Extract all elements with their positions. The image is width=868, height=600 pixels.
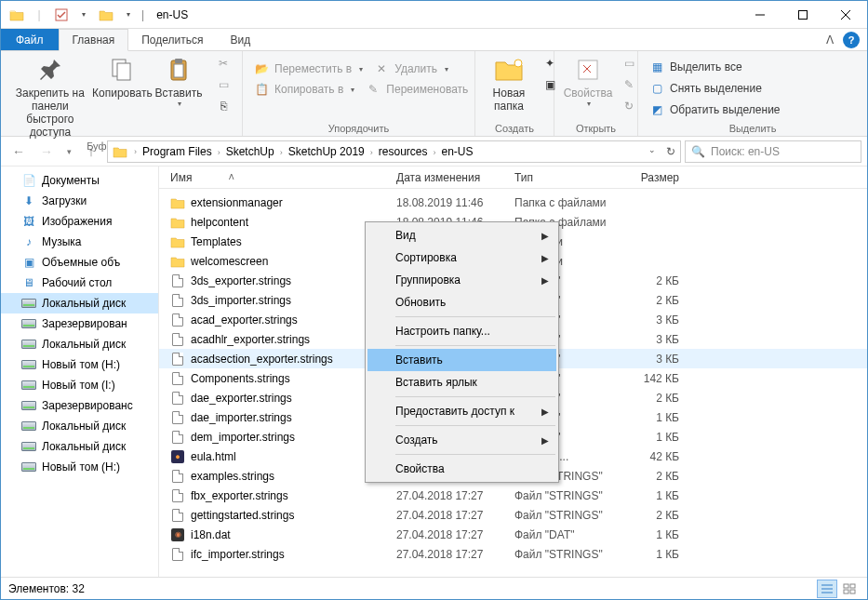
- file-row[interactable]: extensionmanager18.08.2019 11:46Папка с …: [159, 193, 867, 212]
- menu-item[interactable]: Вставить: [367, 349, 556, 371]
- tab-file[interactable]: Файл: [1, 29, 59, 50]
- dropdown-icon[interactable]: ⌄: [648, 145, 656, 158]
- chevron-right-icon[interactable]: ›: [368, 148, 375, 157]
- menu-item[interactable]: Настроить папку...: [367, 320, 556, 342]
- sidebar-item[interactable]: Новый том (I:): [1, 375, 158, 395]
- menu-item[interactable]: Предоставить доступ к▶: [367, 400, 556, 422]
- checkbox-icon[interactable]: [51, 5, 72, 25]
- tab-home[interactable]: Главная: [59, 29, 129, 51]
- paste-button[interactable]: Вставить ▾: [151, 53, 207, 110]
- file-size: 3 КБ: [621, 353, 687, 366]
- rename-button[interactable]: ✎Переименовать: [360, 79, 474, 100]
- chevron-right-icon[interactable]: ›: [216, 148, 222, 157]
- folder-icon: [170, 254, 185, 269]
- select-all-button[interactable]: ▦Выделить все: [644, 57, 786, 77]
- sidebar-item[interactable]: 🖥Рабочий стол: [1, 273, 158, 293]
- minimize-button[interactable]: [739, 1, 781, 28]
- invert-selection-button[interactable]: ◩Обратить выделение: [644, 100, 786, 120]
- chevron-right-icon: ▶: [541, 275, 549, 286]
- file-icon: [170, 293, 185, 308]
- sidebar-item[interactable]: ▣Объемные объ: [1, 252, 158, 273]
- menu-item[interactable]: Создать▶: [367, 429, 556, 451]
- file-row[interactable]: ifc_importer.strings27.04.2018 17:27Файл…: [159, 544, 867, 564]
- refresh-icon[interactable]: ↻: [666, 145, 675, 158]
- svg-rect-8: [174, 64, 183, 77]
- thumbnails-view-icon[interactable]: [839, 580, 860, 598]
- pin-icon: [37, 55, 63, 85]
- sidebar-item[interactable]: Новый том (H:): [1, 354, 158, 375]
- chevron-right-icon[interactable]: ›: [132, 147, 139, 156]
- menu-item[interactable]: Группировка▶: [367, 269, 556, 291]
- details-view-icon[interactable]: [817, 580, 837, 598]
- search-icon: 🔍: [691, 145, 705, 158]
- sidebar-item[interactable]: Локальный диск: [1, 334, 158, 354]
- move-to-button[interactable]: 📂Переместить в▾: [248, 59, 368, 79]
- file-row[interactable]: fbx_exporter.strings27.04.2018 17:27Файл…: [159, 486, 867, 505]
- breadcrumb-segment[interactable]: en-US: [437, 145, 476, 158]
- file-size: 1 КБ: [621, 431, 687, 444]
- dropdown-icon[interactable]: ▾: [118, 5, 139, 25]
- history-icon: ↻: [621, 99, 636, 113]
- sidebar-item[interactable]: 🖼Изображения: [1, 211, 158, 232]
- recent-button[interactable]: ▾: [62, 140, 75, 164]
- menu-item[interactable]: Обновить: [367, 291, 556, 313]
- col-date[interactable]: Дата изменения: [396, 171, 514, 184]
- sidebar-item[interactable]: Локальный диск: [1, 416, 158, 436]
- breadcrumb-segment[interactable]: Program Files: [139, 145, 216, 158]
- sidebar-item-label: Новый том (H:): [42, 358, 120, 371]
- file-size: 2 КБ: [621, 509, 687, 522]
- pin-button[interactable]: Закрепить на панели быстрого доступа: [7, 53, 94, 140]
- col-name[interactable]: Имяᐱ: [159, 171, 396, 184]
- doc-icon: 📄: [21, 173, 36, 188]
- new-folder-button[interactable]: Новая папка: [481, 53, 537, 114]
- sidebar-item[interactable]: ♪Музыка: [1, 232, 158, 252]
- maximize-button[interactable]: [781, 1, 824, 28]
- file-row[interactable]: ◉i18n.dat27.04.2018 17:27Файл "DAT"1 КБ: [159, 525, 867, 544]
- tab-share[interactable]: Поделиться: [128, 29, 217, 50]
- breadcrumb[interactable]: › Program Files›SketchUp›SketchUp 2019›r…: [107, 140, 681, 163]
- menu-item-label: Предоставить доступ к: [395, 405, 514, 418]
- cut-button[interactable]: ✂: [210, 53, 236, 73]
- menu-item[interactable]: Вставить ярлык: [367, 371, 556, 393]
- chevron-right-icon[interactable]: ›: [278, 148, 285, 157]
- close-button[interactable]: [824, 1, 867, 28]
- dropdown-icon[interactable]: ▾: [73, 5, 94, 25]
- copy-path-button[interactable]: ▭: [210, 74, 236, 95]
- paste-shortcut-button[interactable]: ⎘: [210, 96, 236, 116]
- col-size[interactable]: Размер: [621, 171, 687, 184]
- sidebar-item[interactable]: Зарезервирован: [1, 313, 158, 334]
- properties-button[interactable]: Свойства▾: [560, 53, 616, 110]
- sidebar-item[interactable]: Зарезервированс: [1, 395, 158, 416]
- svg-rect-6: [117, 63, 130, 80]
- help-icon[interactable]: ?: [843, 32, 860, 48]
- sidebar-item[interactable]: 📄Документы: [1, 170, 158, 191]
- menu-item[interactable]: Свойства: [367, 458, 556, 480]
- delete-button[interactable]: ✕Удалить▾: [368, 59, 454, 79]
- chevron-right-icon: ▶: [541, 435, 549, 446]
- sidebar-item[interactable]: Новый том (H:): [1, 457, 158, 477]
- file-name: dae_importer.strings: [191, 411, 292, 424]
- sidebar-item[interactable]: ⬇Загрузки: [1, 191, 158, 211]
- tab-view[interactable]: Вид: [217, 29, 264, 50]
- col-type[interactable]: Тип: [514, 171, 621, 184]
- breadcrumb-segment[interactable]: resources: [375, 145, 432, 158]
- copy-to-button[interactable]: 📋Копировать в▾: [248, 79, 360, 100]
- disk-icon: [21, 316, 36, 331]
- sidebar-item[interactable]: Локальный диск: [1, 436, 158, 457]
- select-none-button[interactable]: ▢Снять выделение: [644, 78, 786, 99]
- file-row[interactable]: gettingstarted.strings27.04.2018 17:27Фа…: [159, 505, 867, 525]
- file-name: dae_exporter.strings: [191, 392, 292, 405]
- sidebar-item[interactable]: Локальный диск: [1, 293, 158, 313]
- breadcrumb-segment[interactable]: SketchUp: [222, 145, 278, 158]
- collapse-ribbon-icon[interactable]: ᐱ: [826, 33, 834, 47]
- ribbon-tabs: Файл Главная Поделиться Вид ᐱ ?: [1, 29, 867, 51]
- search-input[interactable]: 🔍 Поиск: en-US: [685, 140, 861, 163]
- copy-button[interactable]: Копировать: [94, 53, 151, 101]
- forward-button[interactable]: →: [34, 140, 59, 164]
- menu-item[interactable]: Сортировка▶: [367, 247, 556, 269]
- menu-item[interactable]: Вид▶: [367, 224, 556, 247]
- breadcrumb-segment[interactable]: SketchUp 2019: [285, 145, 368, 158]
- back-button[interactable]: ←: [7, 140, 31, 164]
- disk-icon: [21, 357, 36, 372]
- up-button[interactable]: ↑: [79, 140, 103, 164]
